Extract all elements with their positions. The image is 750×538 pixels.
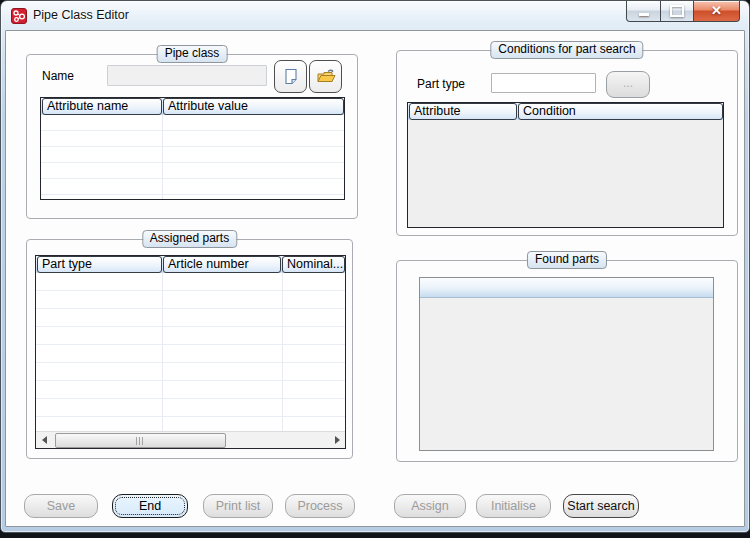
maximize-icon [670, 5, 684, 17]
open-pipe-class-button[interactable] [309, 60, 342, 93]
minimize-button[interactable] [626, 1, 661, 22]
maximize-button[interactable] [660, 1, 694, 22]
screenshot-stage: Pipe Class Editor ✕ Pipe class Name [0, 0, 750, 538]
column-divider [282, 273, 283, 432]
assign-button[interactable]: Assign [394, 494, 466, 518]
arrow-right-icon [335, 436, 340, 444]
horizontal-scrollbar[interactable] [36, 431, 345, 448]
grip-icon [136, 437, 145, 445]
pipe-class-attributes-table[interactable]: Attribute name Attribute value [40, 97, 345, 200]
app-icon [11, 8, 27, 24]
column-divider [162, 273, 163, 432]
column-header-nominal[interactable]: Nominal... [282, 256, 345, 273]
column-header-attribute[interactable]: Attribute [409, 103, 517, 120]
pipe-class-attributes-table-body[interactable] [41, 115, 344, 199]
print-list-button[interactable]: Print list [203, 494, 273, 518]
part-type-browse-button[interactable]: ... [606, 71, 650, 98]
window-title: Pipe Class Editor [33, 8, 129, 22]
found-parts-group-title: Found parts [527, 251, 607, 269]
initialise-button[interactable]: Initialise [476, 494, 551, 518]
column-header-condition[interactable]: Condition [518, 103, 723, 120]
new-document-icon [282, 68, 300, 86]
pipe-class-attributes-table-header: Attribute name Attribute value [41, 98, 344, 115]
column-header-attribute-name[interactable]: Attribute name [42, 98, 162, 115]
part-type-input[interactable] [491, 73, 596, 93]
pipe-class-name-input[interactable] [107, 65, 267, 86]
scrollbar-thumb[interactable] [55, 433, 226, 448]
conditions-table-body[interactable] [408, 120, 723, 227]
new-pipe-class-button[interactable] [274, 60, 307, 93]
column-header-part-type[interactable]: Part type [37, 256, 162, 273]
found-parts-list[interactable] [419, 277, 714, 451]
part-type-label: Part type [417, 77, 465, 91]
assigned-parts-group-title: Assigned parts [142, 230, 237, 248]
assigned-parts-table-header: Part type Article number Nominal... [36, 256, 345, 273]
process-button[interactable]: Process [285, 494, 355, 518]
start-search-button[interactable]: Start search [563, 494, 639, 518]
found-parts-group: Found parts [396, 260, 738, 462]
column-header-article-number[interactable]: Article number [163, 256, 281, 273]
assigned-parts-table[interactable]: Part type Article number Nominal... [35, 255, 346, 449]
conditions-group-title: Conditions for part search [490, 41, 643, 59]
conditions-group: Conditions for part search Part type ...… [396, 50, 738, 236]
save-button[interactable]: Save [24, 494, 98, 518]
titlebar[interactable]: Pipe Class Editor ✕ [1, 1, 749, 30]
close-button[interactable]: ✕ [693, 1, 740, 22]
caption-buttons: ✕ [627, 1, 740, 22]
conditions-table[interactable]: Attribute Condition [407, 102, 724, 228]
pipe-class-group-title: Pipe class [157, 45, 228, 63]
minimize-icon [639, 13, 649, 16]
found-parts-list-header [420, 278, 713, 298]
close-icon: ✕ [711, 2, 722, 20]
pipe-class-group: Pipe class Name [26, 54, 358, 219]
column-divider [162, 115, 163, 199]
name-label: Name [42, 69, 74, 83]
assigned-parts-table-body[interactable] [36, 273, 345, 432]
end-button[interactable]: End [112, 494, 188, 518]
assigned-parts-group: Assigned parts Part type Article number … [26, 239, 353, 459]
pipe-class-editor-window: Pipe Class Editor ✕ Pipe class Name [0, 0, 750, 533]
conditions-table-header: Attribute Condition [408, 103, 723, 120]
scroll-right-button[interactable] [329, 432, 345, 448]
column-header-attribute-value[interactable]: Attribute value [163, 98, 344, 115]
scroll-left-button[interactable] [36, 432, 52, 448]
arrow-left-icon [42, 436, 47, 444]
open-folder-icon [316, 68, 336, 86]
dialog-client-area: Pipe class Name [5, 30, 745, 527]
